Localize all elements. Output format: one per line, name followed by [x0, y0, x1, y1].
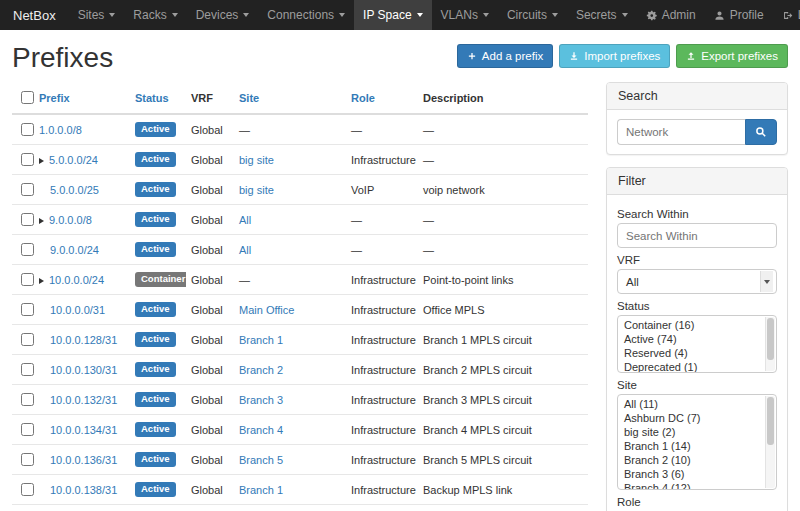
- status-badge: Active: [135, 212, 176, 226]
- import-prefixes-button[interactable]: Import prefixes: [559, 44, 670, 68]
- column-header-status[interactable]: Status: [130, 82, 186, 114]
- prefix-cell: 10.0.0.132/31: [34, 385, 130, 415]
- row-checkbox[interactable]: [21, 153, 34, 166]
- nav-item-admin[interactable]: Admin: [637, 0, 705, 30]
- table-row: 5.0.0.0/24ActiveGlobalbig siteInfrastruc…: [12, 145, 588, 175]
- export-prefixes-button[interactable]: Export prefixes: [676, 44, 788, 68]
- role-cell: —: [346, 205, 418, 235]
- nav-item-connections[interactable]: Connections: [258, 0, 354, 30]
- vrf-select[interactable]: All: [617, 269, 777, 294]
- prefix-cell: 9.0.0.0/8: [34, 205, 130, 235]
- filter-option[interactable]: Branch 1 (14): [618, 439, 765, 453]
- nav-item-vlans[interactable]: VLANs: [432, 0, 498, 30]
- site-link[interactable]: Main Office: [239, 304, 294, 316]
- site-link[interactable]: Branch 4: [239, 424, 283, 436]
- table-row: 9.0.0.0/8ActiveGlobalAll——: [12, 205, 588, 235]
- site-link[interactable]: Branch 2: [239, 364, 283, 376]
- filter-option[interactable]: All (11): [618, 397, 765, 411]
- prefix-link[interactable]: 10.0.0.0/24: [49, 274, 104, 286]
- nav-item-logout[interactable]: Log out: [773, 0, 800, 30]
- prefix-link[interactable]: 10.0.0.0/31: [50, 304, 105, 316]
- row-checkbox[interactable]: [21, 333, 34, 346]
- nav-item-circuits[interactable]: Circuits: [498, 0, 567, 30]
- scrollbar[interactable]: [765, 317, 775, 371]
- row-checkbox[interactable]: [21, 123, 34, 136]
- nav-item-ip-space[interactable]: IP Space: [354, 0, 431, 30]
- site-link[interactable]: big site: [239, 154, 274, 166]
- table-row: 10.0.0.128/31ActiveGlobalBranch 1Infrast…: [12, 325, 588, 355]
- prefix-link[interactable]: 10.0.0.130/31: [50, 364, 117, 376]
- prefix-link[interactable]: 9.0.0.0/24: [50, 244, 99, 256]
- filter-option[interactable]: Branch 2 (10): [618, 453, 765, 467]
- role-cell: Infrastructure: [346, 475, 418, 505]
- prefix-link[interactable]: 10.0.0.136/31: [50, 454, 117, 466]
- select-all-checkbox[interactable]: [21, 91, 34, 104]
- nav-item-secrets[interactable]: Secrets: [567, 0, 637, 30]
- site-listbox[interactable]: All (11)Ashburn DC (7)big site (2)Branch…: [617, 394, 777, 490]
- prefix-link[interactable]: 5.0.0.0/25: [50, 184, 99, 196]
- site-link[interactable]: Branch 3: [239, 394, 283, 406]
- prefix-link[interactable]: 10.0.0.132/31: [50, 394, 117, 406]
- row-checkbox[interactable]: [21, 273, 34, 286]
- navbar-right: Admin Profile Log out: [637, 0, 800, 30]
- column-header-prefix[interactable]: Prefix: [34, 82, 130, 114]
- nav-item-profile[interactable]: Profile: [705, 0, 773, 30]
- status-listbox[interactable]: Container (16)Active (74)Reserved (4)Dep…: [617, 315, 777, 373]
- row-checkbox[interactable]: [21, 183, 34, 196]
- column-header-site[interactable]: Site: [234, 82, 346, 114]
- row-checkbox[interactable]: [21, 423, 34, 436]
- row-checkbox[interactable]: [21, 363, 34, 376]
- prefix-link[interactable]: 10.0.0.134/31: [50, 424, 117, 436]
- filter-option[interactable]: Deprecated (1): [618, 360, 765, 373]
- site-link[interactable]: big site: [239, 184, 274, 196]
- filter-option[interactable]: Active (74): [618, 332, 765, 346]
- search-within-input[interactable]: [617, 223, 777, 248]
- filter-option[interactable]: Branch 3 (6): [618, 467, 765, 481]
- scrollbar-thumb[interactable]: [767, 397, 774, 445]
- prefix-link[interactable]: 5.0.0.0/24: [49, 154, 98, 166]
- status-badge: Active: [135, 392, 176, 406]
- add-prefix-button[interactable]: Add a prefix: [457, 44, 553, 68]
- vrf-cell: Global: [186, 235, 234, 265]
- expand-arrow-icon[interactable]: [39, 278, 44, 284]
- search-button[interactable]: [745, 119, 777, 145]
- row-checkbox[interactable]: [21, 483, 34, 496]
- row-checkbox[interactable]: [21, 243, 34, 256]
- filter-option[interactable]: big site (2): [618, 425, 765, 439]
- role-cell: —: [346, 235, 418, 265]
- prefix-cell: 10.0.0.128/31: [34, 325, 130, 355]
- prefix-link[interactable]: 10.0.0.138/31: [50, 484, 117, 496]
- row-checkbox[interactable]: [21, 453, 34, 466]
- status-filter-label: Status: [617, 300, 777, 312]
- search-input[interactable]: [617, 119, 745, 145]
- filter-option[interactable]: Reserved (4): [618, 346, 765, 360]
- filter-option[interactable]: Container (16): [618, 318, 765, 332]
- prefix-link[interactable]: 9.0.0.0/8: [49, 214, 92, 226]
- nav-item-sites[interactable]: Sites: [69, 0, 125, 30]
- add-prefix-label: Add a prefix: [482, 50, 543, 62]
- column-header-description: Description: [418, 82, 588, 114]
- prefix-link[interactable]: 1.0.0.0/8: [39, 124, 82, 136]
- scrollbar-thumb[interactable]: [767, 318, 774, 360]
- site-link[interactable]: Branch 1: [239, 334, 283, 346]
- description-cell: Office MPLS: [418, 295, 588, 325]
- filter-option[interactable]: Branch 4 (12): [618, 481, 765, 490]
- nav-item-devices[interactable]: Devices: [187, 0, 259, 30]
- row-checkbox[interactable]: [21, 393, 34, 406]
- column-header-role[interactable]: Role: [346, 82, 418, 114]
- row-checkbox[interactable]: [21, 303, 34, 316]
- filter-option[interactable]: Ashburn DC (7): [618, 411, 765, 425]
- site-link[interactable]: All: [239, 214, 251, 226]
- description-cell: London Data Center - Server Network: [418, 505, 588, 511]
- site-link[interactable]: Branch 5: [239, 454, 283, 466]
- scrollbar[interactable]: [765, 396, 775, 488]
- site-link[interactable]: Branch 1: [239, 484, 283, 496]
- row-checkbox[interactable]: [21, 213, 34, 226]
- table-row: 10.0.0.134/31ActiveGlobalBranch 4Infrast…: [12, 415, 588, 445]
- expand-arrow-icon[interactable]: [39, 158, 44, 164]
- brand[interactable]: NetBox: [0, 0, 69, 30]
- nav-item-racks[interactable]: Racks: [124, 0, 186, 30]
- prefix-link[interactable]: 10.0.0.128/31: [50, 334, 117, 346]
- site-link[interactable]: All: [239, 244, 251, 256]
- expand-arrow-icon[interactable]: [39, 218, 44, 224]
